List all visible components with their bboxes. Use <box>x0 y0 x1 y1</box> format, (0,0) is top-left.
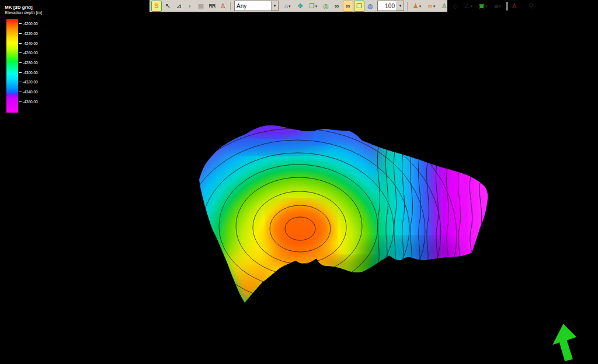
view-cube-icon: ❐ <box>356 3 362 9</box>
camera-snapshot-button[interactable]: ◙▾ <box>491 1 505 12</box>
monitor-display-button[interactable]: ▣▾ <box>476 1 490 12</box>
filter-any-value: Any <box>235 3 271 9</box>
tick-label: -4300.00 <box>23 70 38 74</box>
tick-dash <box>19 43 22 44</box>
zoom-level-caret[interactable]: ▾ <box>397 1 404 10</box>
viewpoint-button[interactable]: ✥ <box>295 1 305 12</box>
tick-label: -4320.00 <box>23 79 38 83</box>
mask-caret-icon[interactable]: ▾ <box>419 4 422 8</box>
eraser-icon: ◇ <box>453 3 458 9</box>
globe-lock-icon: ◍ <box>367 3 373 9</box>
zoom-level-dropdown[interactable]: 100 ▾ <box>377 1 404 11</box>
toolbar-separator <box>506 2 507 10</box>
monitor-icon: ▣ <box>479 3 485 9</box>
cursor-icon: ↖ <box>165 3 170 9</box>
mask-icon: ♟ <box>413 3 419 9</box>
filter-any-dropdown[interactable]: Any ▾ <box>234 1 279 11</box>
tick-label: -4280.00 <box>23 60 38 64</box>
search-binoculars-icon: ∞ <box>428 3 433 9</box>
tick-label: -4340.00 <box>23 89 38 93</box>
surface-right-bands <box>350 105 502 321</box>
window-panes-icon: ▦ <box>198 3 204 9</box>
legend-panel: MK [3D grid] Elevation depth [m] -4200.0… <box>5 5 57 114</box>
legend-tick: -4240.00 <box>19 41 38 45</box>
main-toolbar: S ↖ ⊿ ◗ ▦ RR ♙ Any ▾ ⌂▾ ✥ ❐▾ ◎ ∞ ∞ ❐ ◍ 1… <box>150 0 447 12</box>
cube-icon: ❐ <box>309 3 315 9</box>
exit-person-icon: ♙ <box>512 3 517 9</box>
cursor-tool-button[interactable]: ↖ <box>162 1 173 12</box>
home-caret-icon[interactable]: ▾ <box>288 4 291 8</box>
viewport-3d-surface[interactable] <box>0 0 598 364</box>
tick-dash <box>19 33 22 34</box>
mask-tool-button[interactable]: ♟▾ <box>410 1 424 12</box>
pin-icon: ⚲ <box>529 3 533 9</box>
tick-label: -4200.00 <box>23 21 38 25</box>
smooth-blob-button[interactable]: ◗ <box>185 1 195 12</box>
top-ridge-purple <box>240 122 308 137</box>
legend-tick: -4200.00 <box>19 22 38 25</box>
app-window: S ↖ ⊿ ◗ ▦ RR ♙ Any ▾ ⌂▾ ✥ ❐▾ ◎ ∞ ∞ ❐ ◍ 1… <box>0 0 598 364</box>
search-binoculars-button[interactable]: ∞▾ <box>425 1 439 12</box>
camera-caret-icon[interactable]: ▾ <box>499 4 501 8</box>
tick-dash <box>19 52 22 53</box>
globe-lock-button[interactable]: ◍ <box>365 1 376 12</box>
binoculars-zoom-button[interactable]: ∞ <box>332 1 342 12</box>
blob-icon: ◗ <box>188 3 192 9</box>
toolbar-separator <box>230 2 231 10</box>
legend-tick: -4320.00 <box>19 80 38 83</box>
cube-caret-icon[interactable]: ▾ <box>315 4 318 8</box>
binoculars-clock-button[interactable]: ∞ <box>343 1 353 12</box>
tick-dash <box>19 102 22 102</box>
legend-tick: -4260.00 <box>19 51 38 54</box>
observer-person-button[interactable]: ♙ <box>218 1 228 12</box>
search-binoculars-caret-icon[interactable]: ▾ <box>433 4 436 8</box>
home-icon: ⌂ <box>284 3 288 9</box>
angle-icon: ∠ <box>464 3 470 9</box>
target-icon: ◎ <box>323 3 329 9</box>
legend-tick: -4360.00 <box>19 100 38 103</box>
view-cube-button[interactable]: ❐ <box>354 1 364 12</box>
eraser-button[interactable]: ◇ <box>450 1 461 12</box>
walk-person-icon: ♙ <box>441 3 447 9</box>
viewpoint-icon: ✥ <box>297 3 303 9</box>
legend-subtitle: Elevation depth [m] <box>5 10 57 15</box>
tick-dash <box>19 72 22 73</box>
monitor-caret-icon[interactable]: ▾ <box>485 4 488 8</box>
legend-colorbar-wrap: -4200.00 -4220.00 -4240.00 -4260.00 -428… <box>5 19 57 114</box>
tick-dash <box>19 23 22 24</box>
north-arrow-icon <box>546 321 584 364</box>
toolbar-separator <box>407 2 408 10</box>
shade-bottom-mid <box>322 257 392 275</box>
tick-dash <box>19 92 22 92</box>
exit-person-button[interactable]: ♙ <box>509 1 520 12</box>
camera-icon: ◙ <box>494 3 498 9</box>
angle-measure-button[interactable]: ∠▾ <box>461 1 475 12</box>
walk-person-button[interactable]: ♙ <box>439 1 450 12</box>
tick-label: -4260.00 <box>23 50 38 54</box>
select-tool-button[interactable]: S <box>151 1 162 12</box>
legend-tick: -4300.00 <box>19 71 38 74</box>
measure-ruler-button[interactable]: ⊿ <box>173 1 184 12</box>
rr-annotation-button[interactable]: RR <box>207 1 217 12</box>
filter-any-caret[interactable]: ▾ <box>271 1 278 10</box>
tick-label: -4220.00 <box>23 31 38 35</box>
center-target-button[interactable]: ◎ <box>321 1 331 12</box>
legend-colorbar <box>6 19 19 113</box>
legend-tick: -4280.00 <box>19 61 38 64</box>
angle-caret-icon[interactable]: ▾ <box>471 4 473 8</box>
rr-icon: RR <box>209 4 215 9</box>
tick-dash <box>19 82 22 82</box>
home-view-button[interactable]: ⌂▾ <box>280 1 294 12</box>
legend-title: MK [3D grid] <box>5 5 57 10</box>
tick-dash <box>19 62 22 63</box>
tick-label: -4240.00 <box>23 41 38 45</box>
legend-tick: -4220.00 <box>19 32 38 35</box>
binoculars-clock-icon: ∞ <box>346 3 350 9</box>
observer-person-icon: ♙ <box>220 3 226 9</box>
ruler-icon: ⊿ <box>176 3 181 9</box>
binoculars-icon: ∞ <box>335 3 339 9</box>
window-layout-button[interactable]: ▦ <box>196 1 206 12</box>
pin-button[interactable]: ⚲ <box>526 1 536 12</box>
bounding-cube-button[interactable]: ❐▾ <box>306 1 320 12</box>
zoom-level-value: 100 <box>378 3 397 9</box>
